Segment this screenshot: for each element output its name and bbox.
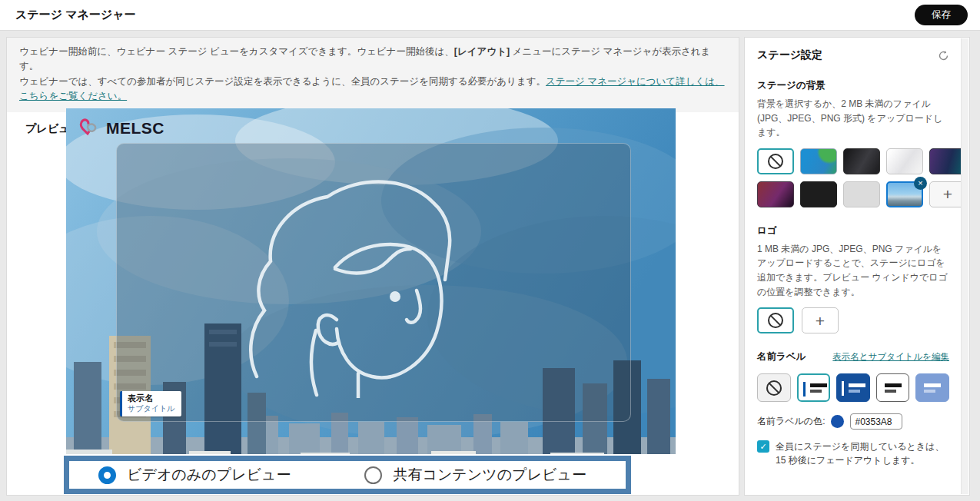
display-name-text: 表示名 bbox=[128, 393, 174, 404]
face-placeholder-icon bbox=[243, 168, 504, 398]
name-label-style-left-bar[interactable] bbox=[797, 373, 831, 402]
logo-none-button[interactable] bbox=[757, 307, 794, 333]
name-label-style-blue[interactable] bbox=[836, 373, 870, 402]
background-thumb-black[interactable] bbox=[800, 181, 837, 207]
name-label-style-light-blue[interactable] bbox=[915, 373, 949, 402]
radio-shared-content-label: 共有コンテンツのプレビュー bbox=[393, 465, 586, 485]
name-label-color-row: 名前ラベルの色: bbox=[757, 413, 949, 430]
background-thumb-magenta[interactable] bbox=[757, 181, 794, 207]
name-label-heading: 名前ラベル bbox=[757, 350, 806, 363]
logo-section-description: 1 MB 未満の JPG、JPEG、PNG ファイルをアップロードすることで、ス… bbox=[757, 242, 949, 299]
remove-background-icon[interactable]: × bbox=[914, 177, 927, 190]
background-thumb-light-gray[interactable] bbox=[843, 181, 880, 207]
prohibited-icon bbox=[766, 380, 782, 396]
sidebar-title: ステージ設定 bbox=[757, 48, 822, 62]
info-line-2: ウェビナーでは、すべての参加者が同じステージ設定を表示できるように、全員のステー… bbox=[19, 75, 726, 105]
prohibited-icon bbox=[768, 313, 783, 328]
checkbox-checked-icon[interactable]: ✓ bbox=[757, 440, 769, 453]
background-section-heading: ステージの背景 bbox=[757, 79, 949, 92]
settings-sidebar: ステージ設定 ステージの背景 背景を選択するか、2 MB 未満のファイル (JP… bbox=[744, 37, 970, 496]
background-thumb-none[interactable] bbox=[757, 148, 794, 174]
logo-section-heading: ロゴ bbox=[757, 224, 949, 237]
radio-selected-icon[interactable] bbox=[98, 466, 116, 484]
brand-name: MELSC bbox=[106, 119, 164, 138]
sidebar-title-row: ステージ設定 bbox=[757, 48, 949, 62]
heart-logo-icon bbox=[78, 118, 101, 139]
refresh-icon[interactable] bbox=[938, 50, 949, 61]
stage-name-label[interactable]: 表示名 サブタイトル bbox=[120, 391, 181, 416]
layout-menu-ref: [レイアウト] bbox=[454, 46, 510, 57]
background-thumb-dark-swirl[interactable] bbox=[843, 148, 880, 174]
subtitle-text: サブタイトル bbox=[128, 404, 174, 413]
background-thumb-city[interactable]: × bbox=[886, 181, 923, 207]
name-label-heading-row: 名前ラベル 表示名とサブタイトルを編集 bbox=[757, 350, 949, 363]
radio-unselected-icon[interactable] bbox=[364, 466, 382, 484]
radio-shared-content[interactable]: 共有コンテンツのプレビュー bbox=[364, 465, 586, 485]
logo-options-row: + bbox=[757, 307, 949, 333]
background-thumb-blue-green[interactable] bbox=[800, 148, 837, 174]
name-label-style-none[interactable] bbox=[757, 373, 791, 402]
main-panel: ウェビナー開始前に、ウェビナー ステージ ビューをカスタマイズできます。ウェビナ… bbox=[6, 37, 739, 496]
stage-preview: MELSC 表示名 サブ bbox=[66, 108, 676, 454]
video-placeholder bbox=[116, 143, 631, 422]
save-button[interactable]: 保存 bbox=[915, 5, 968, 25]
radio-video-only[interactable]: ビデオのみのプレビュー bbox=[98, 465, 291, 485]
sync-fadeout-text: 全員にステージを同期しているときは、15 秒後にフェードアウトします。 bbox=[776, 440, 949, 467]
label-bar-icon bbox=[842, 381, 844, 396]
name-label-style-dark-on-white[interactable] bbox=[876, 373, 910, 402]
info-box: ウェビナー開始前に、ウェビナー ステージ ビューをカスタマイズできます。ウェビナ… bbox=[7, 38, 739, 112]
name-label-color-label: 名前ラベルの色: bbox=[757, 415, 825, 428]
background-thumbnail-grid: × + bbox=[757, 148, 949, 207]
name-label-style-row bbox=[757, 373, 949, 402]
page-header: ステージ マネージャー 保存 bbox=[0, 0, 980, 31]
color-hex-input[interactable] bbox=[850, 413, 902, 430]
radio-video-only-label: ビデオのみのプレビュー bbox=[127, 465, 291, 485]
page-title: ステージ マネージャー bbox=[15, 8, 136, 22]
plus-icon: + bbox=[816, 313, 825, 329]
preview-mode-toggle: ビデオのみのプレビュー 共有コンテンツのプレビュー bbox=[64, 456, 631, 494]
sync-fadeout-row: ✓ 全員にステージを同期しているときは、15 秒後にフェードアウトします。 bbox=[757, 440, 949, 467]
prohibited-icon bbox=[768, 154, 783, 169]
edit-name-subtitle-link[interactable]: 表示名とサブタイトルを編集 bbox=[832, 351, 949, 363]
plus-icon: + bbox=[943, 186, 952, 202]
label-bar-icon bbox=[803, 382, 806, 396]
brand-logo[interactable]: MELSC bbox=[78, 118, 164, 139]
logo-upload-button[interactable]: + bbox=[802, 307, 839, 333]
info-line-1: ウェビナー開始前に、ウェビナー ステージ ビューをカスタマイズできます。ウェビナ… bbox=[19, 45, 726, 75]
background-thumb-light-swirl[interactable] bbox=[886, 148, 923, 174]
color-swatch[interactable] bbox=[831, 415, 844, 428]
sidebar-scrollbar[interactable] bbox=[961, 38, 968, 494]
stage-manager-app: ステージ マネージャー 保存 ウェビナー開始前に、ウェビナー ステージ ビューを… bbox=[0, 0, 980, 501]
background-section-description: 背景を選択するか、2 MB 未満のファイル (JPG、JPEG、PNG 形式) … bbox=[757, 97, 949, 140]
